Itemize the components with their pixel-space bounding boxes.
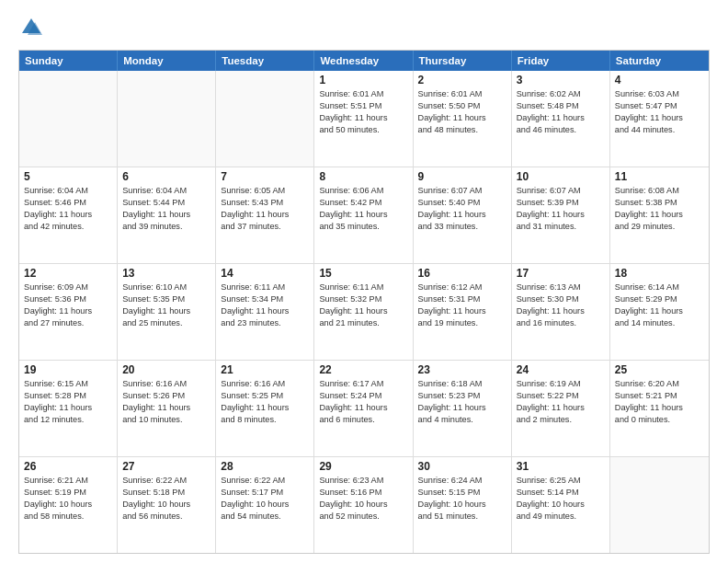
day-number: 17 [517,267,605,280]
day-info: Sunrise: 6:23 AM Sunset: 5:16 PM Dayligh… [319,475,407,523]
day-info: Sunrise: 6:17 AM Sunset: 5:24 PM Dayligh… [319,378,407,426]
day-number: 26 [24,460,112,473]
day-cell-25: 25Sunrise: 6:20 AM Sunset: 5:21 PM Dayli… [610,361,709,456]
day-number: 16 [418,267,506,280]
day-number: 6 [122,170,210,183]
day-number: 2 [418,74,506,86]
day-info: Sunrise: 6:12 AM Sunset: 5:31 PM Dayligh… [418,282,506,329]
day-number: 28 [221,460,309,473]
day-number: 21 [221,363,309,376]
day-number: 5 [24,170,112,183]
day-info: Sunrise: 6:05 AM Sunset: 5:43 PM Dayligh… [221,185,309,233]
day-cell-4: 4Sunrise: 6:03 AM Sunset: 5:47 PM Daylig… [610,71,709,167]
day-cell-15: 15Sunrise: 6:11 AM Sunset: 5:32 PM Dayli… [314,264,413,360]
day-info: Sunrise: 6:15 AM Sunset: 5:28 PM Dayligh… [24,378,112,426]
day-cell-3: 3Sunrise: 6:02 AM Sunset: 5:48 PM Daylig… [512,71,610,167]
day-number: 7 [221,170,309,183]
day-cell-19: 19Sunrise: 6:15 AM Sunset: 5:28 PM Dayli… [19,361,118,456]
day-cell-13: 13Sunrise: 6:10 AM Sunset: 5:35 PM Dayli… [118,264,216,360]
day-number: 18 [615,267,704,280]
day-number: 15 [319,267,407,280]
empty-cell [216,71,314,167]
day-cell-21: 21Sunrise: 6:16 AM Sunset: 5:25 PM Dayli… [216,361,314,456]
day-number: 31 [517,460,605,473]
day-number: 10 [517,170,605,183]
calendar-header: SundayMondayTuesdayWednesdayThursdayFrid… [19,51,709,71]
day-cell-1: 1Sunrise: 6:01 AM Sunset: 5:51 PM Daylig… [314,71,413,167]
day-number: 12 [24,267,112,280]
day-info: Sunrise: 6:22 AM Sunset: 5:18 PM Dayligh… [122,475,210,523]
day-info: Sunrise: 6:03 AM Sunset: 5:47 PM Dayligh… [615,88,704,136]
day-info: Sunrise: 6:19 AM Sunset: 5:22 PM Dayligh… [517,378,605,426]
day-number: 13 [122,267,210,280]
day-info: Sunrise: 6:02 AM Sunset: 5:48 PM Dayligh… [517,88,605,136]
day-cell-27: 27Sunrise: 6:22 AM Sunset: 5:18 PM Dayli… [118,457,216,553]
day-info: Sunrise: 6:11 AM Sunset: 5:32 PM Dayligh… [319,282,407,329]
logo [18,15,48,40]
day-cell-20: 20Sunrise: 6:16 AM Sunset: 5:26 PM Dayli… [118,361,216,456]
day-cell-9: 9Sunrise: 6:07 AM Sunset: 5:40 PM Daylig… [414,167,512,263]
day-number: 9 [418,170,506,183]
day-cell-6: 6Sunrise: 6:04 AM Sunset: 5:44 PM Daylig… [118,167,216,263]
day-info: Sunrise: 6:13 AM Sunset: 5:30 PM Dayligh… [517,282,605,329]
calendar-week-3: 12Sunrise: 6:09 AM Sunset: 5:36 PM Dayli… [19,264,709,361]
day-cell-26: 26Sunrise: 6:21 AM Sunset: 5:19 PM Dayli… [19,457,118,553]
day-number: 19 [24,363,112,376]
day-cell-5: 5Sunrise: 6:04 AM Sunset: 5:46 PM Daylig… [19,167,118,263]
day-cell-22: 22Sunrise: 6:17 AM Sunset: 5:24 PM Dayli… [314,361,413,456]
day-header-sunday: Sunday [19,51,118,71]
day-number: 24 [517,363,605,376]
day-header-wednesday: Wednesday [314,51,413,71]
day-header-friday: Friday [512,51,610,71]
day-header-monday: Monday [118,51,216,71]
day-info: Sunrise: 6:04 AM Sunset: 5:44 PM Dayligh… [122,185,210,233]
empty-cell [19,71,118,167]
day-cell-28: 28Sunrise: 6:22 AM Sunset: 5:17 PM Dayli… [216,457,314,553]
day-number: 27 [122,460,210,473]
day-info: Sunrise: 6:01 AM Sunset: 5:51 PM Dayligh… [319,88,407,136]
day-cell-2: 2Sunrise: 6:01 AM Sunset: 5:50 PM Daylig… [414,71,512,167]
day-info: Sunrise: 6:06 AM Sunset: 5:42 PM Dayligh… [319,185,407,233]
calendar-week-1: 1Sunrise: 6:01 AM Sunset: 5:51 PM Daylig… [19,71,709,167]
day-number: 30 [418,460,506,473]
day-info: Sunrise: 6:14 AM Sunset: 5:29 PM Dayligh… [615,282,704,329]
day-cell-10: 10Sunrise: 6:07 AM Sunset: 5:39 PM Dayli… [512,167,610,263]
calendar-week-2: 5Sunrise: 6:04 AM Sunset: 5:46 PM Daylig… [19,167,709,264]
day-info: Sunrise: 6:20 AM Sunset: 5:21 PM Dayligh… [615,378,704,426]
day-info: Sunrise: 6:16 AM Sunset: 5:26 PM Dayligh… [122,378,210,426]
day-number: 1 [319,74,407,86]
day-number: 11 [615,170,704,183]
day-header-thursday: Thursday [414,51,512,71]
day-number: 29 [319,460,407,473]
day-cell-18: 18Sunrise: 6:14 AM Sunset: 5:29 PM Dayli… [610,264,709,360]
day-cell-8: 8Sunrise: 6:06 AM Sunset: 5:42 PM Daylig… [314,167,413,263]
day-cell-7: 7Sunrise: 6:05 AM Sunset: 5:43 PM Daylig… [216,167,314,263]
day-info: Sunrise: 6:04 AM Sunset: 5:46 PM Dayligh… [24,185,112,233]
page: SundayMondayTuesdayWednesdayThursdayFrid… [0,0,728,563]
day-cell-23: 23Sunrise: 6:18 AM Sunset: 5:23 PM Dayli… [414,361,512,456]
day-number: 22 [319,363,407,376]
day-info: Sunrise: 6:07 AM Sunset: 5:40 PM Dayligh… [418,185,506,233]
calendar-body: 1Sunrise: 6:01 AM Sunset: 5:51 PM Daylig… [19,71,709,553]
day-info: Sunrise: 6:16 AM Sunset: 5:25 PM Dayligh… [221,378,309,426]
calendar-week-5: 26Sunrise: 6:21 AM Sunset: 5:19 PM Dayli… [19,457,709,553]
day-cell-12: 12Sunrise: 6:09 AM Sunset: 5:36 PM Dayli… [19,264,118,360]
day-cell-29: 29Sunrise: 6:23 AM Sunset: 5:16 PM Dayli… [314,457,413,553]
day-number: 14 [221,267,309,280]
day-info: Sunrise: 6:24 AM Sunset: 5:15 PM Dayligh… [418,475,506,523]
day-info: Sunrise: 6:11 AM Sunset: 5:34 PM Dayligh… [221,282,309,329]
day-cell-31: 31Sunrise: 6:25 AM Sunset: 5:14 PM Dayli… [512,457,610,553]
day-number: 25 [615,363,704,376]
day-cell-30: 30Sunrise: 6:24 AM Sunset: 5:15 PM Dayli… [414,457,512,553]
day-info: Sunrise: 6:22 AM Sunset: 5:17 PM Dayligh… [221,475,309,523]
day-number: 4 [615,74,704,86]
day-cell-16: 16Sunrise: 6:12 AM Sunset: 5:31 PM Dayli… [414,264,512,360]
day-cell-24: 24Sunrise: 6:19 AM Sunset: 5:22 PM Dayli… [512,361,610,456]
day-cell-17: 17Sunrise: 6:13 AM Sunset: 5:30 PM Dayli… [512,264,610,360]
day-number: 23 [418,363,506,376]
empty-cell [118,71,216,167]
day-info: Sunrise: 6:08 AM Sunset: 5:38 PM Dayligh… [615,185,704,233]
day-info: Sunrise: 6:07 AM Sunset: 5:39 PM Dayligh… [517,185,605,233]
day-header-saturday: Saturday [610,51,709,71]
empty-cell [610,457,709,553]
